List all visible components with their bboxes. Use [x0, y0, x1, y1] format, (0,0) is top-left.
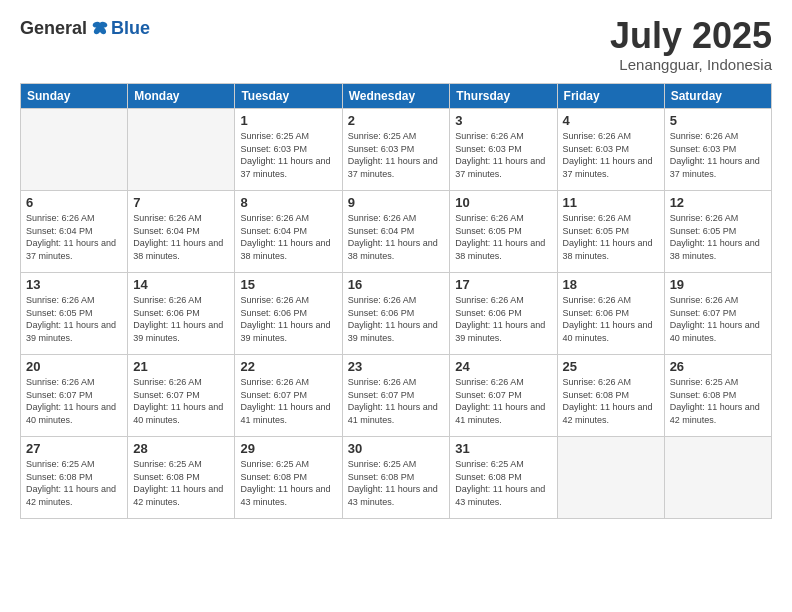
calendar-cell: 3Sunrise: 6:26 AM Sunset: 6:03 PM Daylig…: [450, 109, 557, 191]
day-info: Sunrise: 6:25 AM Sunset: 6:08 PM Dayligh…: [26, 458, 122, 508]
header-wednesday: Wednesday: [342, 84, 450, 109]
day-info: Sunrise: 6:26 AM Sunset: 6:06 PM Dayligh…: [455, 294, 551, 344]
day-number: 15: [240, 277, 336, 292]
day-number: 9: [348, 195, 445, 210]
logo-blue-text: Blue: [111, 18, 150, 39]
week-row-5: 27Sunrise: 6:25 AM Sunset: 6:08 PM Dayli…: [21, 437, 772, 519]
day-info: Sunrise: 6:26 AM Sunset: 6:08 PM Dayligh…: [563, 376, 659, 426]
day-number: 21: [133, 359, 229, 374]
day-info: Sunrise: 6:26 AM Sunset: 6:06 PM Dayligh…: [240, 294, 336, 344]
day-info: Sunrise: 6:25 AM Sunset: 6:03 PM Dayligh…: [348, 130, 445, 180]
day-number: 24: [455, 359, 551, 374]
header-sunday: Sunday: [21, 84, 128, 109]
day-number: 1: [240, 113, 336, 128]
calendar-cell: 19Sunrise: 6:26 AM Sunset: 6:07 PM Dayli…: [664, 273, 771, 355]
day-number: 25: [563, 359, 659, 374]
day-number: 17: [455, 277, 551, 292]
calendar-cell: 8Sunrise: 6:26 AM Sunset: 6:04 PM Daylig…: [235, 191, 342, 273]
day-info: Sunrise: 6:26 AM Sunset: 6:07 PM Dayligh…: [670, 294, 766, 344]
day-number: 30: [348, 441, 445, 456]
day-info: Sunrise: 6:25 AM Sunset: 6:08 PM Dayligh…: [348, 458, 445, 508]
day-info: Sunrise: 6:26 AM Sunset: 6:03 PM Dayligh…: [563, 130, 659, 180]
day-info: Sunrise: 6:26 AM Sunset: 6:07 PM Dayligh…: [455, 376, 551, 426]
day-info: Sunrise: 6:25 AM Sunset: 6:08 PM Dayligh…: [240, 458, 336, 508]
day-number: 10: [455, 195, 551, 210]
day-number: 6: [26, 195, 122, 210]
day-number: 26: [670, 359, 766, 374]
day-info: Sunrise: 6:26 AM Sunset: 6:07 PM Dayligh…: [26, 376, 122, 426]
week-row-4: 20Sunrise: 6:26 AM Sunset: 6:07 PM Dayli…: [21, 355, 772, 437]
day-info: Sunrise: 6:26 AM Sunset: 6:05 PM Dayligh…: [670, 212, 766, 262]
day-info: Sunrise: 6:26 AM Sunset: 6:07 PM Dayligh…: [348, 376, 445, 426]
header-monday: Monday: [128, 84, 235, 109]
day-info: Sunrise: 6:26 AM Sunset: 6:05 PM Dayligh…: [563, 212, 659, 262]
header-tuesday: Tuesday: [235, 84, 342, 109]
calendar-cell: 15Sunrise: 6:26 AM Sunset: 6:06 PM Dayli…: [235, 273, 342, 355]
day-number: 5: [670, 113, 766, 128]
title-section: July 2025 Lenangguar, Indonesia: [610, 18, 772, 73]
calendar-cell: 26Sunrise: 6:25 AM Sunset: 6:08 PM Dayli…: [664, 355, 771, 437]
calendar-cell: 6Sunrise: 6:26 AM Sunset: 6:04 PM Daylig…: [21, 191, 128, 273]
calendar-cell: 24Sunrise: 6:26 AM Sunset: 6:07 PM Dayli…: [450, 355, 557, 437]
calendar-cell: 17Sunrise: 6:26 AM Sunset: 6:06 PM Dayli…: [450, 273, 557, 355]
day-number: 3: [455, 113, 551, 128]
day-info: Sunrise: 6:26 AM Sunset: 6:05 PM Dayligh…: [26, 294, 122, 344]
calendar-cell: 25Sunrise: 6:26 AM Sunset: 6:08 PM Dayli…: [557, 355, 664, 437]
calendar-cell: 2Sunrise: 6:25 AM Sunset: 6:03 PM Daylig…: [342, 109, 450, 191]
calendar-cell: 16Sunrise: 6:26 AM Sunset: 6:06 PM Dayli…: [342, 273, 450, 355]
day-info: Sunrise: 6:26 AM Sunset: 6:06 PM Dayligh…: [348, 294, 445, 344]
day-info: Sunrise: 6:25 AM Sunset: 6:08 PM Dayligh…: [133, 458, 229, 508]
day-info: Sunrise: 6:25 AM Sunset: 6:03 PM Dayligh…: [240, 130, 336, 180]
calendar-cell: [21, 109, 128, 191]
header-thursday: Thursday: [450, 84, 557, 109]
calendar-cell: 4Sunrise: 6:26 AM Sunset: 6:03 PM Daylig…: [557, 109, 664, 191]
calendar-cell: 13Sunrise: 6:26 AM Sunset: 6:05 PM Dayli…: [21, 273, 128, 355]
day-info: Sunrise: 6:26 AM Sunset: 6:04 PM Dayligh…: [240, 212, 336, 262]
day-number: 28: [133, 441, 229, 456]
calendar-cell: 1Sunrise: 6:25 AM Sunset: 6:03 PM Daylig…: [235, 109, 342, 191]
calendar-cell: 14Sunrise: 6:26 AM Sunset: 6:06 PM Dayli…: [128, 273, 235, 355]
calendar-cell: 18Sunrise: 6:26 AM Sunset: 6:06 PM Dayli…: [557, 273, 664, 355]
day-number: 8: [240, 195, 336, 210]
day-number: 16: [348, 277, 445, 292]
day-number: 23: [348, 359, 445, 374]
week-row-1: 1Sunrise: 6:25 AM Sunset: 6:03 PM Daylig…: [21, 109, 772, 191]
day-number: 2: [348, 113, 445, 128]
week-row-3: 13Sunrise: 6:26 AM Sunset: 6:05 PM Dayli…: [21, 273, 772, 355]
day-info: Sunrise: 6:26 AM Sunset: 6:03 PM Dayligh…: [455, 130, 551, 180]
day-info: Sunrise: 6:26 AM Sunset: 6:04 PM Dayligh…: [26, 212, 122, 262]
calendar-cell: 23Sunrise: 6:26 AM Sunset: 6:07 PM Dayli…: [342, 355, 450, 437]
calendar-cell: 29Sunrise: 6:25 AM Sunset: 6:08 PM Dayli…: [235, 437, 342, 519]
location: Lenangguar, Indonesia: [610, 56, 772, 73]
day-number: 31: [455, 441, 551, 456]
week-row-2: 6Sunrise: 6:26 AM Sunset: 6:04 PM Daylig…: [21, 191, 772, 273]
day-number: 27: [26, 441, 122, 456]
day-info: Sunrise: 6:26 AM Sunset: 6:04 PM Dayligh…: [133, 212, 229, 262]
calendar-header-row: Sunday Monday Tuesday Wednesday Thursday…: [21, 84, 772, 109]
header: General Blue July 2025 Lenangguar, Indon…: [20, 18, 772, 73]
calendar-cell: 20Sunrise: 6:26 AM Sunset: 6:07 PM Dayli…: [21, 355, 128, 437]
header-saturday: Saturday: [664, 84, 771, 109]
calendar-cell: 11Sunrise: 6:26 AM Sunset: 6:05 PM Dayli…: [557, 191, 664, 273]
day-info: Sunrise: 6:26 AM Sunset: 6:06 PM Dayligh…: [563, 294, 659, 344]
day-info: Sunrise: 6:26 AM Sunset: 6:07 PM Dayligh…: [133, 376, 229, 426]
day-info: Sunrise: 6:26 AM Sunset: 6:06 PM Dayligh…: [133, 294, 229, 344]
day-info: Sunrise: 6:26 AM Sunset: 6:04 PM Dayligh…: [348, 212, 445, 262]
calendar-cell: [557, 437, 664, 519]
logo-bird-icon: [91, 20, 109, 38]
logo: General Blue: [20, 18, 150, 39]
day-number: 7: [133, 195, 229, 210]
calendar-cell: 5Sunrise: 6:26 AM Sunset: 6:03 PM Daylig…: [664, 109, 771, 191]
day-number: 14: [133, 277, 229, 292]
day-info: Sunrise: 6:26 AM Sunset: 6:05 PM Dayligh…: [455, 212, 551, 262]
day-number: 19: [670, 277, 766, 292]
calendar-cell: [128, 109, 235, 191]
calendar-cell: 30Sunrise: 6:25 AM Sunset: 6:08 PM Dayli…: [342, 437, 450, 519]
day-number: 4: [563, 113, 659, 128]
calendar-cell: 31Sunrise: 6:25 AM Sunset: 6:08 PM Dayli…: [450, 437, 557, 519]
calendar-cell: 28Sunrise: 6:25 AM Sunset: 6:08 PM Dayli…: [128, 437, 235, 519]
month-title: July 2025: [610, 18, 772, 54]
calendar-cell: 10Sunrise: 6:26 AM Sunset: 6:05 PM Dayli…: [450, 191, 557, 273]
day-info: Sunrise: 6:25 AM Sunset: 6:08 PM Dayligh…: [455, 458, 551, 508]
calendar-cell: [664, 437, 771, 519]
